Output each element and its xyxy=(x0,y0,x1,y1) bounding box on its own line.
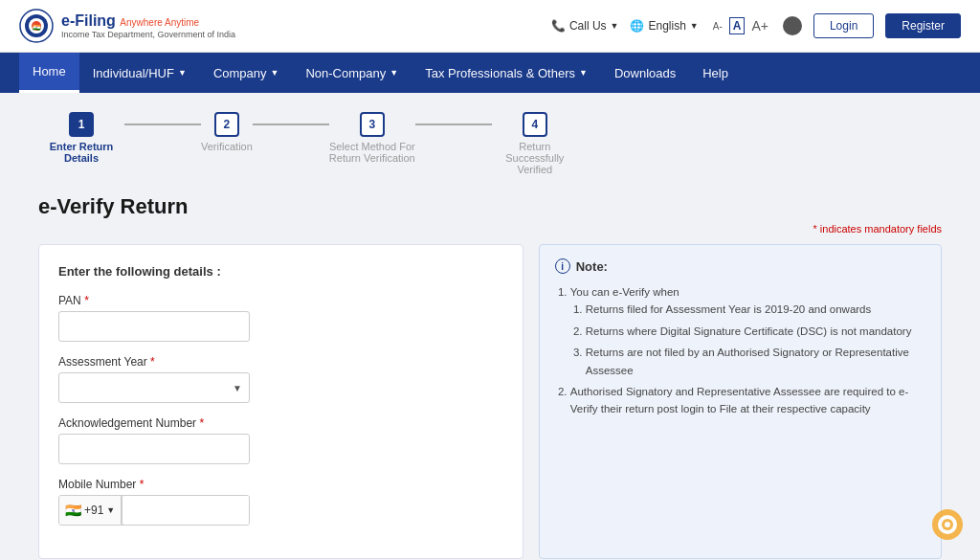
mobile-number-input[interactable] xyxy=(122,495,250,526)
page-title: e-Verify Return xyxy=(38,194,942,219)
note-sublist: Returns filed for Assessment Year is 201… xyxy=(570,301,925,379)
login-button[interactable]: Login xyxy=(813,13,874,38)
chevron-down-icon: ▼ xyxy=(106,505,115,515)
step-label-3: Select Method For Return Verification xyxy=(329,141,415,164)
mobile-prefix-selector[interactable]: 🇮🇳 +91 ▼ xyxy=(59,496,122,525)
logo-subtitle: Income Tax Department, Government of Ind… xyxy=(61,30,235,39)
note-card: i Note: You can e-Verify when Returns fi… xyxy=(539,244,942,559)
contrast-button[interactable] xyxy=(783,16,802,35)
stepper: 1 Enter Return Details 2 Verification 3 … xyxy=(38,112,942,175)
svg-text:🇮🇳: 🇮🇳 xyxy=(33,23,41,32)
logo-area: 🇮🇳 e-Filing Anywhere Anytime Income Tax … xyxy=(19,9,235,43)
pan-group: PAN * xyxy=(58,294,503,342)
header-right: 📞 Call Us ▼ 🌐 English ▼ A- A A+ Login Re… xyxy=(551,13,961,38)
acknowledgement-label: Acknowledgement Number * xyxy=(58,416,503,430)
call-us-button[interactable]: 📞 Call Us ▼ xyxy=(551,19,619,33)
mandatory-note: * indicates mandatory fields xyxy=(38,223,942,235)
step-1: 1 Enter Return Details xyxy=(38,112,124,164)
nav-item-company[interactable]: Company ▼ xyxy=(200,53,293,93)
mobile-label: Mobile Number * xyxy=(58,478,503,491)
pan-label: PAN * xyxy=(58,294,503,307)
aadhaar-logo-icon xyxy=(930,507,965,542)
step-circle-3: 3 xyxy=(360,112,385,137)
assessment-year-wrapper: 2019-20 2020-21 2021-22 2022-23 2023-24 … xyxy=(58,372,250,403)
step-connector-2 xyxy=(253,123,329,125)
list-item: Returns are not filed by an Authorised S… xyxy=(586,344,925,379)
step-4: 4 Return Successfully Verified xyxy=(492,112,578,175)
logo-text: e-Filing Anywhere Anytime Income Tax Dep… xyxy=(61,12,235,39)
note-title: i Note: xyxy=(555,258,925,274)
chevron-down-icon: ▼ xyxy=(178,68,187,78)
font-medium-button[interactable]: A xyxy=(729,17,746,34)
font-small-button[interactable]: A- xyxy=(710,20,725,33)
font-large-button[interactable]: A+ xyxy=(748,17,771,34)
form-area: Enter the following details : PAN * Asse… xyxy=(38,244,942,559)
mobile-group: Mobile Number * 🇮🇳 +91 ▼ xyxy=(58,478,503,526)
main-content: 1 Enter Return Details 2 Verification 3 … xyxy=(0,93,980,560)
mobile-input-wrapper: 🇮🇳 +91 ▼ xyxy=(58,495,250,526)
logo-efiling: e-Filing Anywhere Anytime xyxy=(61,12,235,30)
svg-point-8 xyxy=(945,522,950,527)
nav-item-help[interactable]: Help xyxy=(689,53,742,93)
nav-item-home[interactable]: Home xyxy=(19,53,79,93)
header: 🇮🇳 e-Filing Anywhere Anytime Income Tax … xyxy=(0,0,980,53)
step-2: 2 Verification xyxy=(201,112,253,152)
pan-input[interactable] xyxy=(58,311,250,342)
form-card: Enter the following details : PAN * Asse… xyxy=(38,244,523,559)
acknowledgement-input[interactable] xyxy=(58,434,250,464)
step-circle-4: 4 xyxy=(523,112,547,137)
acknowledgement-group: Acknowledgement Number * xyxy=(58,416,503,464)
step-circle-2: 2 xyxy=(214,112,239,137)
chevron-down-icon: ▼ xyxy=(579,68,588,78)
chevron-down-icon: ▼ xyxy=(271,68,279,78)
flag-icon: 🇮🇳 xyxy=(65,503,81,518)
globe-icon: 🌐 xyxy=(630,19,644,33)
step-label-1: Enter Return Details xyxy=(38,141,124,164)
logo-tagline: Anywhere Anytime xyxy=(120,17,199,28)
nav-item-individual[interactable]: Individual/HUF ▼ xyxy=(79,53,200,93)
list-item: Returns filed for Assessment Year is 201… xyxy=(586,301,925,318)
step-label-2: Verification xyxy=(201,141,253,152)
register-button[interactable]: Register xyxy=(885,13,961,38)
step-label-4: Return Successfully Verified xyxy=(492,141,578,175)
assessment-year-select[interactable]: 2019-20 2020-21 2021-22 2022-23 2023-24 xyxy=(58,372,250,403)
list-item: You can e-Verify when Returns filed for … xyxy=(570,283,925,379)
mobile-prefix-text: +91 xyxy=(84,504,103,517)
nav-item-taxprofessionals[interactable]: Tax Professionals & Others ▼ xyxy=(412,53,601,93)
phone-icon: 📞 xyxy=(551,19,566,33)
chevron-down-icon: ▼ xyxy=(611,21,619,31)
nav-item-noncompany[interactable]: Non-Company ▼ xyxy=(292,53,412,93)
assessment-year-label: Assessment Year * xyxy=(58,355,503,369)
step-connector-3 xyxy=(415,123,492,125)
list-item: Authorised Signatory and Representative … xyxy=(570,383,925,418)
assessment-year-group: Assessment Year * 2019-20 2020-21 2021-2… xyxy=(58,355,503,403)
font-controls: A- A A+ xyxy=(710,17,771,34)
emblem-icon: 🇮🇳 xyxy=(19,9,54,43)
note-list: You can e-Verify when Returns filed for … xyxy=(555,283,925,418)
step-circle-1: 1 xyxy=(69,112,94,137)
aadhaar-watermark xyxy=(930,507,965,545)
language-selector[interactable]: 🌐 English ▼ xyxy=(630,19,698,33)
chevron-down-icon: ▼ xyxy=(390,68,398,78)
chevron-down-icon: ▼ xyxy=(690,21,699,31)
nav-item-downloads[interactable]: Downloads xyxy=(601,53,689,93)
form-heading: Enter the following details : xyxy=(58,264,503,279)
step-3: 3 Select Method For Return Verification xyxy=(329,112,415,164)
info-icon: i xyxy=(555,258,570,274)
main-nav: Home Individual/HUF ▼ Company ▼ Non-Comp… xyxy=(0,53,980,93)
list-item: Returns where Digital Signature Certific… xyxy=(586,323,925,340)
step-connector-1 xyxy=(124,123,201,125)
